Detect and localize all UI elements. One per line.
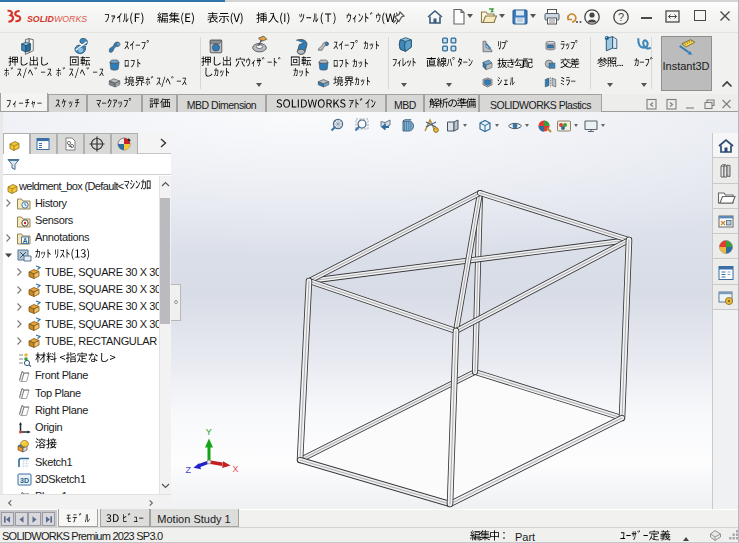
svg-text:3D: 3D [20, 477, 29, 484]
svg-text:A: A [23, 237, 28, 244]
svg-text:Z: Z [185, 465, 191, 475]
svg-text:Y: Y [205, 427, 211, 437]
svg-text:X: X [232, 464, 238, 474]
